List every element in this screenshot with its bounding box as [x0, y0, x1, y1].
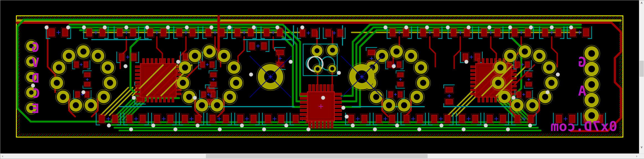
silkscreen-text[interactable]: G — [32, 40, 39, 55]
silkscreen-text[interactable]: V — [32, 55, 39, 70]
chevron-left-icon: ‹ — [2, 154, 3, 158]
horizontal-scrollbar[interactable]: ‹ › — [0, 153, 644, 159]
vertical-scrollbar-thumb[interactable] — [640, 61, 644, 77]
vertical-scrollbar[interactable]: ∧ ∨ — [639, 0, 644, 154]
silkscreen-text[interactable]: G — [578, 54, 586, 70]
chevron-right-icon: › — [636, 154, 637, 158]
scroll-right-button[interactable]: › — [634, 154, 639, 158]
pcb-canvas[interactable]: GVDCEGA0x7D.com — [0, 0, 644, 159]
scroll-up-button[interactable]: ∧ — [639, 0, 644, 5]
silkscreen-text[interactable]: 0x7D.com — [551, 118, 617, 134]
silkscreen-text[interactable]: A — [578, 83, 586, 99]
silkscreen-text[interactable]: C — [32, 86, 40, 101]
chevron-down-icon: ∨ — [640, 145, 643, 149]
silkscreen-text[interactable]: D — [32, 71, 39, 86]
horizontal-scrollbar-thumb[interactable] — [206, 154, 428, 158]
silkscreen-text[interactable]: E — [32, 101, 39, 116]
scroll-left-button[interactable]: ‹ — [0, 154, 5, 158]
chevron-up-icon: ∧ — [640, 1, 643, 5]
pcb-editor-window: GVDCEGA0x7D.com ∧ ∨ ‹ › — [0, 0, 644, 159]
scroll-down-button[interactable]: ∨ — [639, 145, 644, 149]
